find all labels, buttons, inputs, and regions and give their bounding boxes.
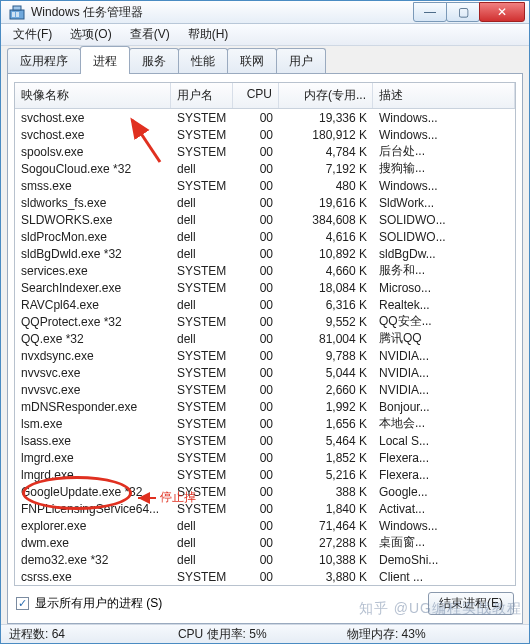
col-image-name[interactable]: 映像名称 — [15, 83, 171, 108]
column-headers[interactable]: 映像名称 用户名 CPU 内存(专用... 描述 — [15, 83, 515, 109]
table-row[interactable]: demo32.exe *32dell0010,388 KDemoShi... — [15, 551, 515, 568]
menu-help[interactable]: 帮助(H) — [180, 24, 237, 45]
table-row[interactable]: RAVCpl64.exedell006,316 KRealtek... — [15, 296, 515, 313]
cell-cpu: 00 — [233, 298, 279, 312]
tab-applications[interactable]: 应用程序 — [7, 48, 81, 74]
cell-cpu: 00 — [233, 332, 279, 346]
cell-user: dell — [171, 230, 233, 244]
table-row[interactable]: lmgrd.exeSYSTEM001,852 KFlexera... — [15, 449, 515, 466]
cell-mem: 1,840 K — [279, 502, 373, 516]
table-row[interactable]: QQ.exe *32dell0081,004 K腾讯QQ — [15, 330, 515, 347]
cell-user: SYSTEM — [171, 281, 233, 295]
cell-user: SYSTEM — [171, 451, 233, 465]
cell-mem: 9,552 K — [279, 315, 373, 329]
table-row[interactable]: SearchIndexer.exeSYSTEM0018,084 KMicroso… — [15, 279, 515, 296]
cell-desc: 后台处... — [373, 143, 515, 160]
table-row[interactable]: smss.exeSYSTEM00480 KWindows... — [15, 177, 515, 194]
maximize-button[interactable]: ▢ — [446, 2, 480, 22]
show-all-users-label: 显示所有用户的进程 (S) — [35, 595, 162, 612]
menubar: 文件(F) 选项(O) 查看(V) 帮助(H) — [1, 24, 529, 46]
table-row[interactable]: QQProtect.exe *32SYSTEM009,552 KQQ安全... — [15, 313, 515, 330]
cell-name: services.exe — [15, 264, 171, 278]
table-row[interactable]: csrss.exeSYSTEM003,880 KClient ... — [15, 568, 515, 585]
task-manager-window: Windows 任务管理器 — ▢ ✕ 文件(F) 选项(O) 查看(V) 帮助… — [0, 0, 530, 644]
table-row[interactable]: FNPLicensingService64...SYSTEM001,840 KA… — [15, 500, 515, 517]
cell-mem: 1,992 K — [279, 400, 373, 414]
cell-mem: 18,084 K — [279, 281, 373, 295]
table-row[interactable]: lsass.exeSYSTEM005,464 KLocal S... — [15, 432, 515, 449]
tab-users[interactable]: 用户 — [276, 48, 326, 74]
cell-user: SYSTEM — [171, 434, 233, 448]
menu-view[interactable]: 查看(V) — [122, 24, 178, 45]
cell-name: sldworks_fs.exe — [15, 196, 171, 210]
process-list[interactable]: 映像名称 用户名 CPU 内存(专用... 描述 svchost.exeSYST… — [14, 82, 516, 586]
tab-services[interactable]: 服务 — [129, 48, 179, 74]
cell-user: dell — [171, 213, 233, 227]
end-process-button[interactable]: 结束进程(E) — [428, 592, 514, 615]
tab-content: 映像名称 用户名 CPU 内存(专用... 描述 svchost.exeSYST… — [7, 74, 523, 624]
cell-mem: 6,316 K — [279, 298, 373, 312]
table-row[interactable]: SLDWORKS.exedell00384,608 KSOLIDWO... — [15, 211, 515, 228]
cell-cpu: 00 — [233, 536, 279, 550]
minimize-button[interactable]: — — [413, 2, 447, 22]
menu-file[interactable]: 文件(F) — [5, 24, 60, 45]
cell-desc: SOLIDWO... — [373, 213, 515, 227]
cell-mem: 5,216 K — [279, 468, 373, 482]
cell-mem: 388 K — [279, 485, 373, 499]
table-row[interactable]: svchost.exeSYSTEM00180,912 KWindows... — [15, 126, 515, 143]
cell-cpu: 00 — [233, 230, 279, 244]
menu-options[interactable]: 选项(O) — [62, 24, 119, 45]
cell-name: sldProcMon.exe — [15, 230, 171, 244]
cell-cpu: 00 — [233, 315, 279, 329]
table-row[interactable]: services.exeSYSTEM004,660 K服务和... — [15, 262, 515, 279]
cell-cpu: 00 — [233, 349, 279, 363]
table-row[interactable]: nvxdsync.exeSYSTEM009,788 KNVIDIA... — [15, 347, 515, 364]
cell-desc: sldBgDw... — [373, 247, 515, 261]
table-row[interactable]: nvvsvc.exeSYSTEM002,660 KNVIDIA... — [15, 381, 515, 398]
close-button[interactable]: ✕ — [479, 2, 525, 22]
show-all-users-checkbox[interactable]: ✓ — [16, 597, 29, 610]
cell-desc: Windows... — [373, 179, 515, 193]
table-row[interactable]: nvvsvc.exeSYSTEM005,044 KNVIDIA... — [15, 364, 515, 381]
cell-mem: 4,784 K — [279, 145, 373, 159]
col-description[interactable]: 描述 — [373, 83, 515, 108]
table-row[interactable]: spoolsv.exeSYSTEM004,784 K后台处... — [15, 143, 515, 160]
table-row[interactable]: sldBgDwld.exe *32dell0010,892 KsldBgDw..… — [15, 245, 515, 262]
cell-mem: 180,912 K — [279, 128, 373, 142]
titlebar[interactable]: Windows 任务管理器 — ▢ ✕ — [1, 1, 529, 24]
table-row[interactable]: explorer.exedell0071,464 KWindows... — [15, 517, 515, 534]
cell-cpu: 00 — [233, 417, 279, 431]
cell-cpu: 00 — [233, 451, 279, 465]
tab-performance[interactable]: 性能 — [178, 48, 228, 74]
cell-user: SYSTEM — [171, 315, 233, 329]
col-memory[interactable]: 内存(专用... — [279, 83, 373, 108]
table-row[interactable]: lmgrd.exeSYSTEM005,216 KFlexera... — [15, 466, 515, 483]
cell-user: SYSTEM — [171, 264, 233, 278]
col-user[interactable]: 用户名 — [171, 83, 233, 108]
tab-networking[interactable]: 联网 — [227, 48, 277, 74]
cell-cpu: 00 — [233, 570, 279, 584]
col-cpu[interactable]: CPU — [233, 83, 279, 108]
cell-user: dell — [171, 536, 233, 550]
table-row[interactable]: sldworks_fs.exedell0019,616 KSldWork... — [15, 194, 515, 211]
table-row[interactable]: mDNSResponder.exeSYSTEM001,992 KBonjour.… — [15, 398, 515, 415]
table-row[interactable]: svchost.exeSYSTEM0019,336 KWindows... — [15, 109, 515, 126]
tab-processes[interactable]: 进程 — [80, 46, 130, 74]
cell-user: dell — [171, 553, 233, 567]
table-row[interactable]: GoogleUpdate.exe *32SYSTEM00388 KGoogle.… — [15, 483, 515, 500]
cell-mem: 1,852 K — [279, 451, 373, 465]
cell-desc: NVIDIA... — [373, 383, 515, 397]
cell-user: SYSTEM — [171, 128, 233, 142]
cell-name: lsass.exe — [15, 434, 171, 448]
cell-cpu: 00 — [233, 281, 279, 295]
cell-cpu: 00 — [233, 213, 279, 227]
cell-mem: 384,608 K — [279, 213, 373, 227]
table-row[interactable]: lsm.exeSYSTEM001,656 K本地会... — [15, 415, 515, 432]
table-row[interactable]: sldProcMon.exedell004,616 KSOLIDWO... — [15, 228, 515, 245]
cell-cpu: 00 — [233, 128, 279, 142]
cell-name: lmgrd.exe — [15, 468, 171, 482]
cell-user: SYSTEM — [171, 502, 233, 516]
cell-desc: Flexera... — [373, 468, 515, 482]
table-row[interactable]: SogouCloud.exe *32dell007,192 K搜狗输... — [15, 160, 515, 177]
table-row[interactable]: dwm.exedell0027,288 K桌面窗... — [15, 534, 515, 551]
